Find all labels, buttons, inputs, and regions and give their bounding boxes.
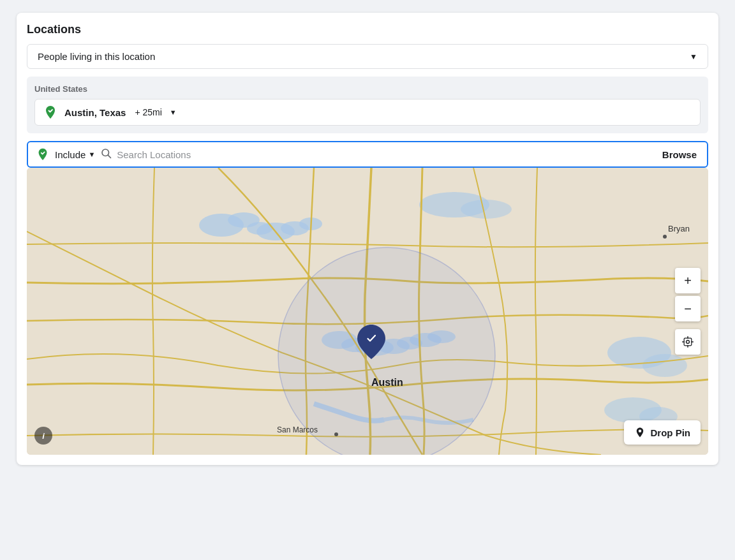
pin-icon	[634, 427, 646, 438]
include-section[interactable]: Include ▼	[55, 149, 95, 160]
include-pin-icon	[36, 147, 50, 161]
svg-text:Austin: Austin	[371, 377, 403, 388]
svg-point-24	[278, 247, 495, 455]
chevron-down-icon: ▼	[690, 52, 697, 61]
svg-point-12	[461, 200, 512, 219]
search-bar: Include ▼ Browse	[27, 141, 708, 168]
drop-pin-label: Drop Pin	[651, 427, 691, 438]
search-icon	[100, 147, 112, 161]
include-chevron-icon: ▼	[88, 151, 95, 158]
info-button[interactable]: i	[34, 427, 52, 445]
map-svg: Bryan Austin San Marcos	[27, 168, 708, 455]
radius-label: + 25mi	[135, 107, 161, 117]
map-controls: + −	[675, 268, 701, 355]
panel-title: Locations	[27, 23, 708, 36]
browse-button[interactable]: Browse	[660, 149, 699, 160]
map-container: Bryan Austin San Marcos + −	[27, 168, 708, 455]
location-chip[interactable]: Austin, Texas + 25mi ▼	[34, 99, 701, 126]
people-filter-label: People living in this location	[38, 51, 155, 62]
city-name: Austin, Texas	[64, 107, 126, 118]
svg-point-14	[642, 354, 687, 377]
svg-text:San Marcos: San Marcos	[277, 425, 318, 434]
svg-text:Bryan: Bryan	[668, 224, 690, 233]
locate-icon	[681, 335, 694, 348]
svg-point-26	[663, 235, 667, 239]
zoom-out-button[interactable]: −	[675, 296, 701, 321]
people-filter-dropdown[interactable]: People living in this location ▼	[27, 44, 708, 69]
search-locations-input[interactable]	[117, 149, 655, 160]
svg-point-0	[47, 107, 54, 114]
svg-point-1	[40, 149, 46, 156]
locate-me-button[interactable]	[675, 329, 701, 355]
locations-panel: Locations People living in this location…	[17, 13, 718, 465]
svg-point-33	[638, 430, 641, 433]
location-group: United States Austin, Texas + 25mi ▼	[27, 77, 708, 133]
drop-pin-button[interactable]: Drop Pin	[624, 420, 701, 445]
svg-point-29	[334, 432, 338, 436]
radius-chevron-icon: ▼	[170, 108, 177, 116]
zoom-in-button[interactable]: +	[675, 268, 701, 293]
info-icon: i	[42, 431, 45, 441]
country-label: United States	[34, 84, 701, 94]
svg-line-3	[108, 155, 111, 158]
include-label: Include	[55, 149, 85, 160]
location-pin-green-icon	[43, 105, 58, 120]
svg-point-31	[687, 341, 690, 344]
svg-rect-32	[684, 338, 692, 346]
